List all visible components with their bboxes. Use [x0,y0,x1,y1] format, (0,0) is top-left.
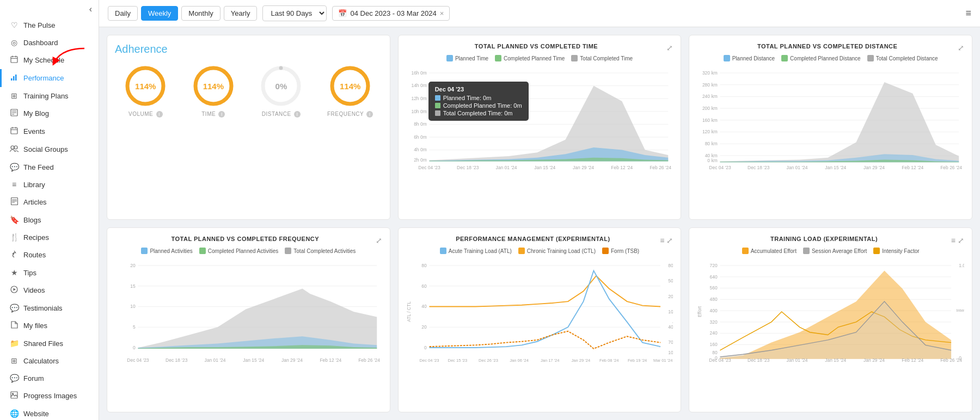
toolbar-menu-icon[interactable]: ≡ [965,8,971,19]
svg-text:Jan 29 '24: Jan 29 '24 [573,165,594,170]
legend-label-planned-distance: Planned Distance [732,55,775,61]
distance-value: 0% [275,82,287,91]
sidebar-item-dashboard[interactable]: ◎ Dashboard [0,34,99,51]
svg-text:720: 720 [710,263,718,268]
time-expand-icon[interactable]: ⤢ [666,44,673,52]
period-daily-button[interactable]: Daily [108,6,138,21]
svg-text:200 km: 200 km [702,106,718,111]
sidebar-item-training-plans[interactable]: ⊞ Training Plans [0,87,99,104]
legend-label-planned-time: Planned Time [455,55,488,61]
frequency-chart-legend: Planned Activities Completed Planned Act… [115,248,382,254]
distance-info-icon[interactable]: i [294,111,301,118]
svg-text:80 km: 80 km [705,141,718,146]
svg-text:40: 40 [421,304,427,309]
training-load-header: TRAINING LOAD (EXPERIMENTAL) ≡ ⤢ [697,236,964,245]
sidebar-item-library[interactable]: ≡ Library [0,176,99,193]
svg-text:10: 10 [130,304,136,309]
sidebar-item-my-files[interactable]: My files [0,317,99,335]
legend-planned-time: Planned Time [446,55,488,61]
social-groups-icon [9,145,19,154]
time-chart-svg: 16h 0m 14h 0m 12h 0m 10h 0m 8h 0m 6h 0m … [406,65,673,174]
legend-tsb: Form (TSB) [602,248,639,254]
sidebar-item-calculators[interactable]: ⊞ Calculators [0,352,99,369]
legend-total-completed-activities: Total Completed Activities [285,248,356,254]
period-yearly-button[interactable]: Yearly [224,6,258,21]
sidebar-item-articles[interactable]: Articles [0,193,99,211]
training-load-title: TRAINING LOAD (EXPERIMENTAL) [697,236,951,242]
svg-rect-5 [13,76,15,81]
svg-text:Jan 29 '24: Jan 29 '24 [863,165,885,170]
sidebar-item-progress-images[interactable]: Progress Images [0,387,99,405]
legend-label-planned-activities: Planned Activities [150,248,192,254]
sidebar-item-the-feed[interactable]: 💬 The Feed [0,158,99,176]
svg-text:Feb 26 '24: Feb 26 '24 [358,357,380,363]
sidebar-label-the-pulse: The Pulse [23,21,56,29]
volume-info-icon[interactable]: i [156,111,163,118]
swatch-completed-planned-activities [199,248,206,254]
svg-text:Feb 12 '24: Feb 12 '24 [320,357,341,363]
svg-text:Feb 12 '24: Feb 12 '24 [902,357,924,363]
sidebar-label-articles: Articles [23,198,47,206]
events-icon [9,127,19,136]
sidebar-item-tips[interactable]: ★ Tips [0,264,99,281]
sidebar-item-recipes[interactable]: 🍴 Recipes [0,228,99,246]
training-load-menu-icon[interactable]: ≡ [951,236,955,245]
svg-text:Feb 12 '24: Feb 12 '24 [611,165,633,170]
svg-text:Jan 17 '24: Jan 17 '24 [541,358,560,363]
sidebar-item-videos[interactable]: Videos [0,281,99,299]
frequency-expand-icon[interactable]: ⤢ [376,236,382,245]
sidebar-item-routes[interactable]: Routes [0,246,99,264]
svg-text:Feb 19 '24: Feb 19 '24 [628,358,647,363]
sidebar-item-blogs[interactable]: 🔖 Blogs [0,211,99,228]
sidebar-item-performance[interactable]: Performance [0,69,99,87]
sidebar-label-testimonials: Testimonials [23,304,63,312]
swatch-completed-planned-distance [781,55,788,61]
circle-ring-time: 114% [192,64,235,108]
svg-text:70: 70 [668,339,673,345]
perf-mgmt-chart-container: 80 60 40 20 0 80 50 20 10 40 70 100 [406,257,673,368]
perf-mgmt-expand-icon[interactable]: ⤢ [666,236,673,245]
volume-label: VOLUME i [128,111,163,118]
legend-planned-activities: Planned Activities [141,248,192,254]
swatch-tsb [602,248,609,254]
svg-text:160: 160 [710,342,718,347]
period-monthly-button[interactable]: Monthly [181,6,220,21]
svg-text:Jan 01 '24: Jan 01 '24 [205,357,226,363]
frequency-card-title: TOTAL PLANNED VS COMPLETED FREQUENCY [115,236,376,242]
sidebar-item-events[interactable]: Events [0,122,99,140]
articles-icon [9,197,19,207]
sidebar-toggle[interactable]: ‹ [0,0,99,16]
circle-ring-distance: 0% [259,64,303,108]
sidebar-item-my-blog[interactable]: My Blog [0,104,99,122]
training-load-expand-icon[interactable]: ⤢ [958,236,964,245]
period-weekly-button[interactable]: Weekly [141,6,178,21]
training-load-chart-svg: 720 640 560 480 400 320 240 160 80 0 1.0… [697,257,964,366]
frequency-info-icon[interactable]: i [366,111,373,118]
legend-label-completed-planned-activities: Completed Planned Activities [208,248,279,254]
svg-text:ATL / CTL: ATL / CTL [406,301,412,322]
distance-expand-icon[interactable]: ⤢ [958,44,964,52]
svg-point-16 [14,146,17,149]
legend-accumulated-effort: Accumulated Effort [742,248,797,254]
sidebar-item-my-schedule[interactable]: My Schedule [0,51,99,69]
sidebar-item-forum[interactable]: 💬 Forum [0,369,99,387]
sidebar-item-website[interactable]: 🌐 Website [0,405,99,420]
perf-mgmt-menu-icon[interactable]: ≡ [660,236,664,245]
svg-text:160 km: 160 km [702,118,718,123]
sidebar-item-social-groups[interactable]: Social Groups [0,140,99,158]
legend-intensity-factor: Intensity Factor [873,248,919,254]
sidebar-item-shared-files[interactable]: 📁 Shared Files [0,335,99,352]
sidebar-item-testimonials[interactable]: 💬 Testimonials [0,299,99,317]
circle-ring-volume: 114% [124,64,167,108]
sidebar-item-the-pulse[interactable]: ♡ The Pulse [0,16,99,34]
toolbar: Daily Weekly Monthly Yearly Last 90 Days… [99,0,980,27]
svg-text:80: 80 [713,350,718,355]
time-info-icon[interactable]: i [218,111,225,118]
date-clear-button[interactable]: × [440,9,444,17]
pulse-icon: ♡ [9,21,19,29]
svg-rect-11 [11,128,17,134]
date-range-select[interactable]: Last 90 Days Last 30 Days Last 7 Days Cu… [262,5,327,21]
svg-text:60: 60 [421,283,427,289]
legend-label-accumulated-effort: Accumulated Effort [751,248,797,254]
sidebar: ‹ ♡ The Pulse ◎ Dashboard My Schedule Pe… [0,0,99,420]
